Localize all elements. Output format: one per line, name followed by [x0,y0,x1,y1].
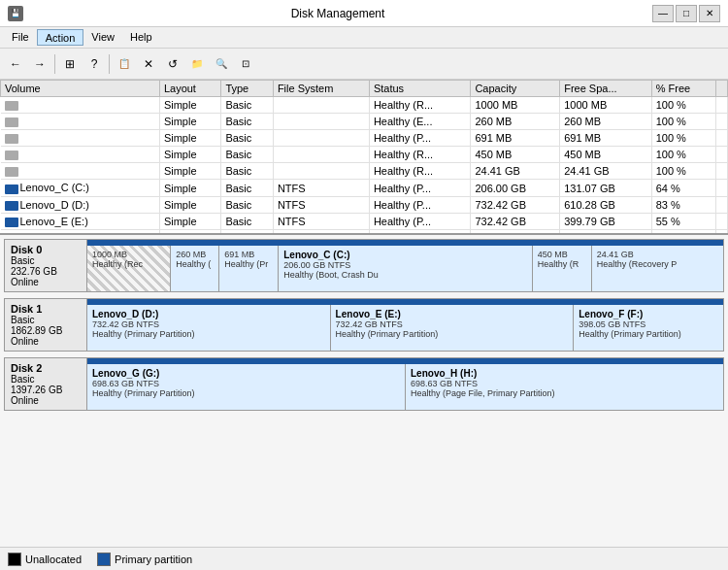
cell-capacity: 732.42 GB [471,196,560,213]
minimize-button[interactable]: — [652,5,674,22]
partition-1-0[interactable]: Lenovo_D (D:) 732.42 GB NTFS Healthy (Pr… [87,305,331,351]
partition-size-2-0: 698.63 GB NTFS [92,379,400,388]
col-capacity[interactable]: Capacity [471,81,560,97]
partition-0-0[interactable]: 1000 MB Healthy (Rec [87,246,171,291]
cell-pct: 100 % [651,147,715,163]
partition-1-2[interactable]: Lenovo_F (F:) 398.05 GB NTFS Healthy (Pr… [574,305,723,351]
new-volume-button[interactable]: 📋 [113,52,136,76]
cell-freespace: 399.79 GB [560,213,651,229]
help-button[interactable]: ? [83,52,106,76]
cell-status: Healthy (R... [369,97,471,114]
refresh-button[interactable]: ↺ [161,52,184,76]
cell-type: Basic [221,147,274,163]
main-content: Volume Layout Type File System Status Ca… [0,80,728,547]
disk-size-2: 1397.26 GB [11,385,81,395]
partition-2-1[interactable]: Lenovo_H (H:) 698.63 GB NTFS Healthy (Pa… [406,364,723,410]
partition-0-4[interactable]: 450 MB Healthy (R [533,246,592,291]
table-row[interactable]: Simple Basic Healthy (R... 24.41 GB 24.4… [1,163,728,180]
back-button[interactable]: ← [4,52,27,76]
table-row[interactable]: Simple Basic Healthy (P... 691 MB 691 MB… [1,130,728,147]
menu-file[interactable]: File [4,29,37,46]
disk-name-1: Disk 1 [11,303,81,315]
cell-freespace: 260 MB [560,114,651,130]
volume-icon [5,134,18,144]
cell-freespace: 131.07 GB [560,180,651,196]
window-title: Disk Management [23,7,652,20]
table-row[interactable]: Lenovo_D (D:) Simple Basic NTFS Healthy … [1,196,728,213]
maximize-button[interactable]: □ [676,5,697,22]
volume-icon [5,201,18,211]
partition-size-0-3: 206.00 GB NTFS [283,260,526,270]
partition-2-0[interactable]: Lenovo_G (G:) 698.63 GB NTFS Healthy (Pr… [87,364,406,410]
col-pctfree[interactable]: % Free [651,81,715,97]
properties-button[interactable]: ⊞ [58,52,82,76]
partition-0-3[interactable]: Lenovo_C (C:) 206.00 GB NTFS Healthy (Bo… [279,246,532,291]
format-button[interactable]: 📁 [185,52,209,76]
partition-status-1-1: Healthy (Primary Partition) [336,329,569,339]
menu-view[interactable]: View [83,29,122,46]
col-filesystem[interactable]: File System [273,81,369,97]
cell-volume [1,97,160,114]
cell-freespace: 691 MB [560,130,651,147]
partition-name-1-0: Lenovo_D (D:) [92,309,325,319]
cell-type: Basic [221,130,274,147]
table-row[interactable]: Simple Basic Healthy (E... 260 MB 260 MB… [1,114,728,130]
partition-0-1[interactable]: 260 MB Healthy ( [171,246,219,291]
cell-status: Healthy (R... [369,147,471,163]
menu-action[interactable]: Action [37,29,84,46]
cell-layout: Simple [159,163,221,180]
partition-name-1-2: Lenovo_F (F:) [579,309,718,319]
partition-status-0-3: Healthy (Boot, Crash Du [283,270,526,280]
view-button[interactable]: 🔍 [210,52,233,76]
partition-size-2-1: 698.63 GB NTFS [411,379,718,388]
cell-type: Basic [221,180,274,196]
disk-label-1: Disk 1 Basic 1862.89 GB Online [5,299,87,351]
cell-layout: Simple [159,213,221,229]
partition-0-2[interactable]: 691 MB Healthy (Pr [219,246,279,291]
partition-size-0-4: 450 MB [538,250,586,259]
disk-parts-row-1: Lenovo_D (D:) 732.42 GB NTFS Healthy (Pr… [87,305,723,351]
disk-name-0: Disk 0 [11,244,81,255]
menubar: File Action View Help [0,27,728,49]
cell-type: Basic [221,196,274,213]
delete-button[interactable]: ✕ [137,52,160,76]
disk-name-2: Disk 2 [11,362,81,374]
partition-size-1-1: 732.42 GB NTFS [336,319,569,329]
disk-label-2: Disk 2 Basic 1397.26 GB Online [5,358,87,410]
partition-size-0-5: 24.41 GB [597,250,718,259]
cell-volume: Lenovo_D (D:) [1,196,160,213]
close-button[interactable]: ✕ [699,5,720,22]
disk-parts-row-2: Lenovo_G (G:) 698.63 GB NTFS Healthy (Pr… [87,364,723,410]
cell-filesystem: NTFS [273,196,369,213]
cell-capacity: 1000 MB [471,97,560,114]
col-scroll-spacer [716,81,728,97]
table-row[interactable]: Lenovo_C (C:) Simple Basic NTFS Healthy … [1,180,728,196]
partition-1-1[interactable]: Lenovo_E (E:) 732.42 GB NTFS Healthy (Pr… [331,305,575,351]
toolbar-separator-1 [54,54,55,74]
cell-pct: 100 % [651,130,715,147]
disk-partitions-1: Lenovo_D (D:) 732.42 GB NTFS Healthy (Pr… [87,299,723,351]
cell-pct: 100 % [651,97,715,114]
cell-type: Basic [221,97,274,114]
table-row[interactable]: Simple Basic Healthy (R... 450 MB 450 MB… [1,147,728,163]
table-row[interactable]: Simple Basic Healthy (R... 1000 MB 1000 … [1,97,728,114]
table-row[interactable]: Lenovo_E (E:) Simple Basic NTFS Healthy … [1,213,728,229]
disk-row-2: Disk 2 Basic 1397.26 GB Online Lenovo_G … [4,357,724,411]
partition-0-5[interactable]: 24.41 GB Healthy (Recovery P [592,246,723,291]
cell-volume [1,147,160,163]
cell-pct: 100 % [651,114,715,130]
col-type[interactable]: Type [221,81,274,97]
col-volume[interactable]: Volume [1,81,160,97]
forward-button[interactable]: → [28,52,51,76]
cell-freespace: 610.28 GB [560,196,651,213]
menu-help[interactable]: Help [122,29,160,46]
col-status[interactable]: Status [369,81,471,97]
col-layout[interactable]: Layout [159,81,221,97]
partition-status-0-1: Healthy ( [176,259,214,269]
partition-status-2-0: Healthy (Primary Partition) [92,388,400,398]
col-freespace[interactable]: Free Spa... [560,81,651,97]
extra-button[interactable]: ⊡ [234,52,257,76]
cell-type: Basic [221,163,274,180]
partition-status-2-1: Healthy (Page File, Primary Partition) [411,388,718,398]
partition-status-0-5: Healthy (Recovery P [597,259,718,269]
